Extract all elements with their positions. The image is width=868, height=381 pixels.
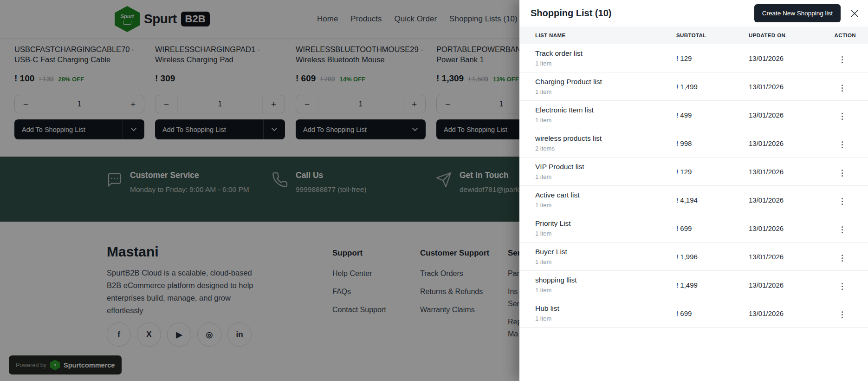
table-row[interactable]: Charging Product list1 item ! 1,499 13/0… [519, 72, 868, 101]
row-menu-icon[interactable] [839, 309, 846, 320]
table-header: LIST NAME SUBTOTAL UPDATED ON ACTION [519, 26, 868, 44]
column-action: ACTION [834, 33, 856, 38]
list-name: Hub list [535, 304, 676, 313]
row-menu-icon[interactable] [839, 111, 846, 122]
list-updated-date: 13/01/2026 [749, 111, 834, 119]
list-subtotal: ! 129 [676, 168, 749, 176]
list-item-count: 1 item [535, 315, 676, 322]
list-subtotal: ! 1,499 [676, 281, 749, 289]
list-subtotal: ! 699 [676, 309, 749, 317]
list-updated-date: 13/01/2026 [749, 309, 834, 317]
close-icon[interactable] [847, 6, 862, 21]
list-item-count: 1 item [535, 202, 676, 209]
list-name: Active cart list [535, 191, 676, 199]
row-menu-icon[interactable] [839, 54, 846, 65]
row-menu-icon[interactable] [839, 281, 846, 292]
list-item-count: 1 item [535, 60, 676, 67]
list-subtotal: ! 4,194 [676, 196, 749, 204]
table-row[interactable]: Active cart list1 item ! 4,194 13/01/202… [519, 186, 868, 214]
table-row[interactable]: Priority List1 item ! 699 13/01/2026 [519, 214, 868, 243]
row-menu-icon[interactable] [839, 196, 846, 207]
list-item-count: 1 item [535, 230, 676, 237]
table-row[interactable]: VIP Product list1 item ! 129 13/01/2026 [519, 158, 868, 186]
list-item-count: 1 item [535, 88, 676, 95]
list-name: Priority List [535, 219, 676, 228]
column-subtotal: SUBTOTAL [676, 33, 749, 38]
table-row[interactable]: Buyer List1 item ! 1,996 13/01/2026 [519, 243, 868, 271]
list-subtotal: ! 499 [676, 111, 749, 119]
list-item-count: 2 items [535, 145, 676, 152]
list-name: Charging Product list [535, 78, 676, 86]
list-name: wireless products list [535, 134, 676, 143]
table-row[interactable]: Electronic Item list1 item ! 499 13/01/2… [519, 101, 868, 129]
list-name: Electronic Item list [535, 106, 676, 114]
page: Spurt Spurt B2B Home Products Quick Orde… [0, 0, 868, 381]
list-name: Buyer List [535, 248, 676, 256]
row-menu-icon[interactable] [839, 139, 846, 150]
list-item-count: 1 item [535, 258, 676, 265]
list-subtotal: ! 998 [676, 139, 749, 147]
panel-title: Shopping List (10) [531, 8, 754, 19]
panel-header: Shopping List (10) Create New Shopping l… [519, 0, 868, 26]
table-row[interactable]: shopping llist1 item ! 1,499 13/01/2026 [519, 271, 868, 299]
list-updated-date: 13/01/2026 [749, 281, 834, 289]
list-updated-date: 13/01/2026 [749, 253, 834, 261]
create-new-shopping-list-button[interactable]: Create New Shopping list [754, 4, 841, 22]
list-subtotal: ! 1,499 [676, 83, 749, 91]
list-subtotal: ! 699 [676, 224, 749, 232]
list-updated-date: 13/01/2026 [749, 224, 834, 232]
list-updated-date: 13/01/2026 [749, 54, 834, 62]
row-menu-icon[interactable] [839, 253, 846, 263]
list-updated-date: 13/01/2026 [749, 139, 834, 147]
list-subtotal: ! 129 [676, 54, 749, 62]
list-name: VIP Product list [535, 163, 676, 171]
list-subtotal: ! 1,996 [676, 253, 749, 261]
table-row[interactable]: Hub list1 item ! 699 13/01/2026 [519, 299, 868, 328]
table-row[interactable]: wireless products list2 items ! 998 13/0… [519, 129, 868, 158]
list-updated-date: 13/01/2026 [749, 83, 834, 91]
table-row[interactable]: Track order list1 item ! 129 13/01/2026 [519, 44, 868, 72]
list-updated-date: 13/01/2026 [749, 168, 834, 176]
row-menu-icon[interactable] [839, 83, 846, 93]
shopping-list-panel: Shopping List (10) Create New Shopping l… [519, 0, 868, 381]
list-name: Track order list [535, 49, 676, 58]
list-updated-date: 13/01/2026 [749, 196, 834, 204]
column-updated-on: UPDATED ON [749, 33, 834, 38]
row-menu-icon[interactable] [839, 224, 846, 235]
list-item-count: 1 item [535, 173, 676, 180]
list-item-count: 1 item [535, 287, 676, 294]
column-list-name: LIST NAME [535, 33, 676, 38]
list-item-count: 1 item [535, 117, 676, 124]
row-menu-icon[interactable] [839, 168, 846, 178]
list-name: shopping llist [535, 276, 676, 284]
